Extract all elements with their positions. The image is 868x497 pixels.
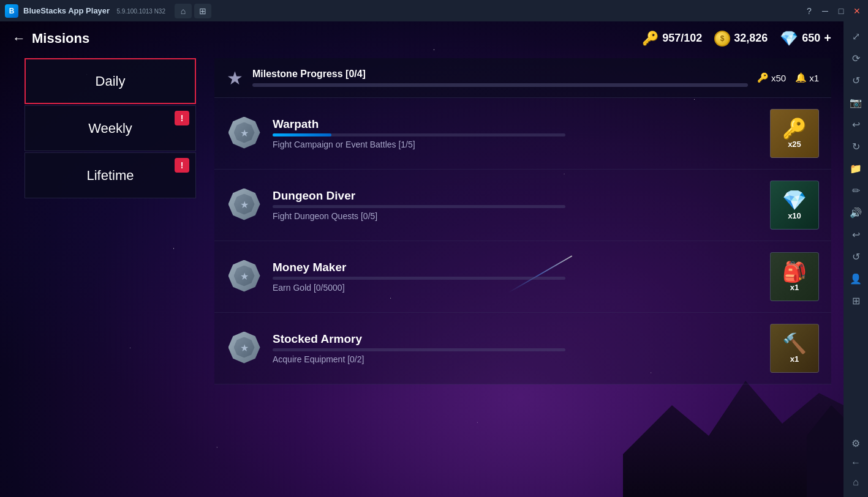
close-button[interactable]: ✕ [851, 5, 863, 17]
nav-weekly-label: Weekly [88, 121, 132, 136]
armory-name: Stocked Armory [273, 332, 761, 346]
help-button[interactable]: ? [803, 5, 815, 17]
milestone-key-count: x50 [771, 73, 786, 83]
dungeon-info: Dungeon Diver Fight Dungeon Quests [0/5] [273, 189, 761, 221]
milestone-progress-row: ★ Milestone Progress [0/4] 🔑 x50 🔔 x1 [214, 58, 831, 98]
milestone-bell-icon: 🔔 [795, 72, 807, 83]
minimize-button[interactable]: ─ [819, 5, 831, 17]
warpath-reward-icon: 🔑 [782, 119, 807, 138]
sidebar-redo-icon[interactable]: ↻ [846, 136, 866, 156]
money-info: Money Maker Earn Gold [0/5000] [273, 261, 761, 293]
top-resources: 🔑 957/102 $ 32,826 💎 650 + [642, 30, 831, 47]
top-bar: ← Missions 🔑 957/102 $ 32,826 💎 650 + [0, 21, 843, 55]
weekly-badge: ! [175, 111, 189, 125]
dungeon-desc: Fight Dungeon Quests [0/5] [273, 211, 761, 221]
sidebar-undo-icon[interactable]: ↩ [846, 225, 866, 244]
keys-resource: 🔑 957/102 [642, 31, 702, 47]
titlebar: B BlueStacks App Player 5.9.100.1013 N32… [0, 0, 868, 21]
milestone-rewards: 🔑 x50 🔔 x1 [757, 72, 819, 83]
tabs-nav-button[interactable]: ⊞ [194, 4, 211, 18]
add-diamonds-button[interactable]: + [824, 31, 831, 45]
sidebar-rotate-icon[interactable]: ⟳ [846, 48, 866, 68]
sidebar-expand-icon[interactable]: ⤢ [846, 26, 866, 46]
warpath-info: Warpath Fight Campaign or Event Battles … [273, 118, 761, 149]
armory-reward-icon: 🔨 [782, 334, 807, 353]
dungeon-reward-box[interactable]: 💎 x10 [770, 181, 819, 230]
sidebar-screenshot-icon[interactable]: 📷 [846, 92, 866, 112]
armory-reward-box[interactable]: 🔨 x1 [770, 324, 819, 373]
keys-value: 957/102 [662, 32, 702, 45]
sidebar-sound-icon[interactable]: 🔊 [846, 203, 866, 222]
sidebar-back-icon[interactable]: ↩ [846, 114, 866, 134]
mission-dungeon-diver: ★ Dungeon Diver Fight Dungeon Quests [0/… [214, 170, 831, 241]
left-navigation: Daily Weekly ! Lifetime ! [25, 58, 196, 200]
diamond-icon: 💎 [780, 30, 798, 47]
coin-icon: $ [714, 31, 730, 47]
armory-desc: Acquire Equipment [0/2] [273, 354, 761, 364]
sidebar-refresh-icon[interactable]: ↺ [846, 70, 866, 90]
warpath-reward-box[interactable]: 🔑 x25 [770, 109, 819, 158]
dungeon-reward-count: x10 [788, 211, 801, 220]
armory-reward-count: x1 [790, 354, 799, 364]
nav-item-lifetime[interactable]: Lifetime ! [25, 152, 196, 198]
missions-list: ★ Warpath Fight Campaign or Event Battle… [214, 98, 831, 485]
sidebar-person-icon[interactable]: 👤 [846, 269, 866, 288]
sidebar-home-icon[interactable]: ⌂ [846, 473, 866, 492]
nav-item-weekly[interactable]: Weekly ! [25, 105, 196, 151]
milestone-bell-count: x1 [809, 73, 819, 83]
coins-resource: $ 32,826 [714, 31, 768, 47]
dungeon-badge: ★ [227, 187, 263, 223]
money-desc: Earn Gold [0/5000] [273, 283, 761, 293]
key-icon: 🔑 [642, 31, 659, 47]
lifetime-badge: ! [175, 158, 189, 173]
armory-info: Stocked Armory Acquire Equipment [0/2] [273, 332, 761, 364]
armory-badge: ★ [227, 330, 263, 367]
money-progress-bar [273, 277, 565, 280]
sidebar-edit-icon[interactable]: ✏ [846, 181, 866, 200]
app-name-text: BlueStacks App Player 5.9.100.1013 N32 [23, 6, 165, 15]
page-title: Missions [32, 31, 89, 47]
money-badge: ★ [227, 258, 263, 295]
game-area: ← Missions 🔑 957/102 $ 32,826 💎 650 + [0, 21, 843, 497]
milestone-key-icon: 🔑 [757, 72, 769, 83]
missions-content: ★ Milestone Progress [0/4] 🔑 x50 🔔 x1 [214, 58, 831, 485]
sidebar-folder-icon[interactable]: 📁 [846, 159, 866, 178]
nav-daily-label: Daily [96, 73, 126, 89]
sidebar-settings-icon[interactable]: ⚙ [846, 433, 866, 453]
dungeon-reward-icon: 💎 [782, 190, 807, 210]
mission-money-maker: ★ Money Maker Earn Gold [0/5000] 🎒 x1 [214, 241, 831, 313]
bluestacks-logo: B [5, 4, 18, 18]
back-button[interactable]: ← Missions [12, 31, 89, 47]
milestone-reward-bell: 🔔 x1 [795, 72, 819, 83]
dungeon-name: Dungeon Diver [273, 189, 761, 203]
window-controls: ? ─ □ ✕ [803, 5, 863, 17]
warpath-name: Warpath [273, 118, 761, 131]
sidebar-arrow-icon[interactable]: ← [846, 453, 866, 473]
right-sidebar: ⤢ ⟳ ↺ 📷 ↩ ↻ 📁 ✏ 🔊 ↩ ↺ 👤 ⊞ ⚙ ← ⌂ [843, 21, 868, 497]
money-name: Money Maker [273, 261, 761, 274]
milestone-reward-keys: 🔑 x50 [757, 72, 786, 83]
dungeon-progress-bar [273, 205, 565, 208]
titlebar-nav: ⌂ ⊞ [175, 4, 211, 18]
warpath-desc: Fight Campaign or Event Battles [1/5] [273, 140, 761, 149]
diamonds-value: 650 [802, 32, 820, 45]
milestone-label: Milestone Progress [0/4] [252, 69, 748, 80]
warpath-progress-bar [273, 133, 565, 136]
milestone-star-icon: ★ [227, 67, 243, 89]
back-arrow-icon: ← [12, 31, 26, 47]
sidebar-apps-icon[interactable]: ⊞ [846, 291, 866, 310]
milestone-progress-bar [252, 83, 748, 87]
coins-value: 32,826 [734, 32, 768, 45]
sidebar-repeat-icon[interactable]: ↺ [846, 247, 866, 266]
nav-lifetime-label: Lifetime [86, 168, 134, 184]
warpath-reward-count: x25 [788, 140, 801, 149]
home-nav-button[interactable]: ⌂ [175, 4, 192, 18]
money-reward-box[interactable]: 🎒 x1 [770, 252, 819, 301]
money-reward-count: x1 [790, 283, 799, 292]
money-reward-icon: 🎒 [782, 262, 807, 282]
restore-button[interactable]: □ [835, 5, 847, 17]
mission-stocked-armory: ★ Stocked Armory Acquire Equipment [0/2]… [214, 313, 831, 384]
nav-item-daily[interactable]: Daily [25, 58, 196, 104]
warpath-progress-fill [273, 133, 331, 136]
warpath-badge: ★ [227, 115, 263, 152]
